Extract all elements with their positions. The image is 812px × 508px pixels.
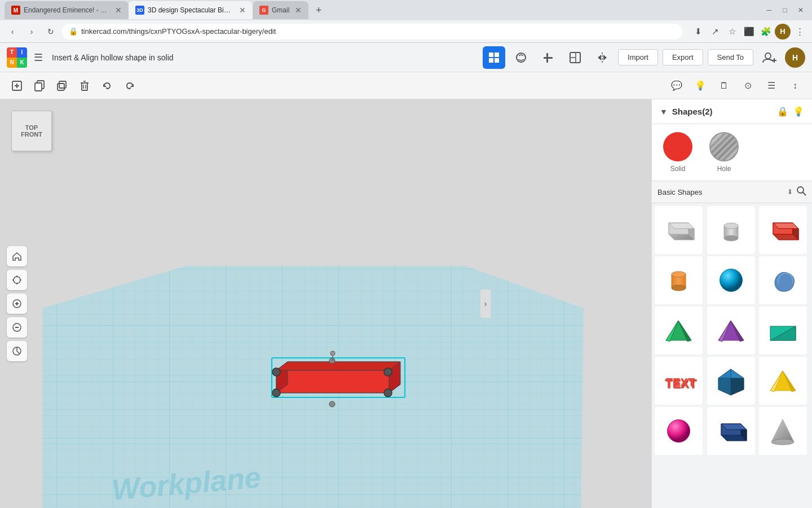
shape-item-gray-box[interactable]	[655, 206, 703, 254]
download-icon[interactable]: ⬇	[690, 24, 706, 40]
copy-button[interactable]	[29, 76, 50, 96]
share-icon[interactable]: ↗	[707, 24, 723, 40]
redo-button[interactable]	[120, 76, 140, 96]
shape-item-3d-shape[interactable]	[759, 256, 807, 304]
light-button[interactable]: 💡	[690, 76, 710, 96]
user-avatar[interactable]: H	[785, 47, 805, 68]
tab-close-2[interactable]: ✕	[239, 6, 246, 15]
shape-item-teal-wedge[interactable]	[759, 306, 807, 354]
close-button[interactable]: ✕	[794, 3, 807, 17]
svg-point-81	[720, 269, 742, 292]
menu-icon[interactable]: ⋮	[792, 24, 807, 40]
logo-i: I	[17, 47, 27, 58]
main-content: TOP FRONT	[0, 99, 812, 508]
svg-rect-2	[489, 58, 493, 63]
toolbar-right: 💬 💡 🗒 ⊙ ☰ ↕	[667, 76, 805, 96]
shapes-lock-icon[interactable]: 🔒	[777, 106, 788, 117]
tinkercad-logo[interactable]: T I N K	[7, 47, 27, 68]
svg-text:TEXT: TEXT	[666, 376, 695, 388]
tab-close-1[interactable]: ✕	[115, 6, 122, 15]
solid-circle-indicator	[663, 132, 692, 161]
shape-item-purple-pyramid[interactable]	[707, 306, 755, 354]
undo-button[interactable]	[97, 76, 117, 96]
logo-t: T	[7, 47, 17, 58]
svg-point-54	[14, 277, 20, 283]
minimize-button[interactable]: ─	[762, 3, 776, 17]
shape-item-green-pyramid[interactable]	[655, 306, 703, 354]
shape-item-text-red[interactable]: TEXT TEXT	[655, 357, 703, 405]
arrange-button[interactable]: ☰	[761, 76, 782, 96]
zoom-in-button[interactable]	[7, 294, 27, 314]
tab-close-3[interactable]: ✕	[295, 6, 302, 15]
tab-gmail-inactive[interactable]: M Endangered Eminence! - heman... ✕	[5, 1, 129, 19]
tools-button[interactable]	[537, 46, 559, 69]
rotate-view-button[interactable]	[510, 46, 532, 69]
svg-line-66	[803, 192, 806, 195]
user-profile-icon[interactable]: H	[775, 24, 791, 40]
svg-rect-3	[495, 58, 499, 63]
maximize-button[interactable]: □	[778, 3, 792, 17]
svg-rect-7	[546, 59, 548, 63]
home-view-button[interactable]	[7, 246, 27, 266]
send-to-button[interactable]: Send To	[708, 49, 753, 65]
fit-view-button[interactable]	[7, 270, 27, 290]
user-add-button[interactable]	[758, 46, 780, 69]
shapes-collapse-icon[interactable]: ▼	[660, 107, 668, 116]
svg-point-79	[672, 271, 686, 277]
note-button[interactable]: 🗒	[714, 76, 734, 96]
delete-button[interactable]	[74, 76, 95, 96]
export-button[interactable]: Export	[663, 49, 703, 65]
duplicate-button[interactable]	[52, 76, 72, 96]
panels-button[interactable]	[564, 46, 586, 69]
shapes-dropdown-arrow[interactable]: ⬇	[787, 188, 793, 196]
shape-item-pink-sphere[interactable]	[655, 407, 703, 455]
new-tab-button[interactable]: +	[311, 2, 326, 18]
refresh-button[interactable]: ↻	[43, 24, 59, 40]
shape-item-gem-blue[interactable]	[707, 357, 755, 405]
logo-k: K	[17, 58, 27, 68]
shape-item-gray-cylinder[interactable]	[707, 206, 755, 254]
forward-button[interactable]: ›	[24, 24, 39, 40]
viewport-area[interactable]: TOP FRONT	[0, 99, 651, 508]
mirror-sym-button[interactable]: ↕	[785, 76, 805, 96]
solid-hole-panel: Solid Hole	[652, 124, 812, 181]
solid-option[interactable]: Solid	[663, 132, 692, 173]
shape-item-orange-cylinder[interactable]	[655, 256, 703, 304]
import-button[interactable]: Import	[618, 49, 658, 65]
zoom-out-button[interactable]	[7, 317, 27, 338]
back-button[interactable]: ‹	[5, 24, 20, 40]
browser-actions: ⬇ ↗ ☆ ⬛ 🧩 H ⋮	[690, 24, 807, 40]
app-topbar: T I N K ☰ Insert & Align hollow shape in…	[0, 43, 812, 72]
address-field[interactable]: 🔒 tinkercad.com/things/cxnPTYOGsxA-spect…	[62, 24, 682, 40]
svg-rect-5	[544, 57, 553, 59]
tab-gmail[interactable]: G Gmail ✕	[253, 1, 308, 19]
toolbar: 💬 💡 🗒 ⊙ ☰ ↕	[0, 72, 812, 99]
shape-item-navy-box[interactable]	[707, 407, 755, 455]
shape-item-gray-cone[interactable]	[759, 407, 807, 455]
shapes-search-button[interactable]	[796, 186, 806, 198]
mirror-button[interactable]	[591, 46, 614, 69]
svg-point-47	[384, 368, 392, 376]
shapes-eye-icon[interactable]: 💡	[793, 106, 804, 117]
new-shape-button[interactable]	[7, 76, 27, 96]
app-container: T I N K ☰ Insert & Align hollow shape in…	[0, 43, 812, 508]
hole-option[interactable]: Hole	[709, 132, 739, 173]
comment-button[interactable]: 💬	[667, 76, 687, 96]
tab-tinkercad-active[interactable]: 3D 3D design Spectacular Bigery | Ti... …	[129, 1, 253, 19]
view-cube[interactable]: TOP FRONT	[11, 111, 52, 151]
align-button[interactable]: ⊙	[738, 76, 758, 96]
shape-item-red-box[interactable]	[759, 206, 807, 254]
shape-item-blue-sphere[interactable]	[707, 256, 755, 304]
reset-view-button[interactable]	[7, 341, 27, 361]
cast-icon[interactable]: ⬛	[741, 24, 757, 40]
collapse-panel-button[interactable]: ›	[480, 290, 491, 318]
bookmark-icon[interactable]: ☆	[724, 24, 740, 40]
extensions-icon[interactable]: 🧩	[758, 24, 774, 40]
app-title: Insert & Align hollow shape in solid	[52, 53, 478, 62]
grid-view-button[interactable]	[483, 46, 505, 69]
shape-item-yellow-pyramid[interactable]	[759, 357, 807, 405]
topbar-right: Import Export Send To H	[483, 46, 805, 69]
hamburger-menu-icon[interactable]: ☰	[34, 51, 43, 64]
lock-icon: 🔒	[69, 27, 78, 36]
logo-n: N	[7, 58, 17, 68]
